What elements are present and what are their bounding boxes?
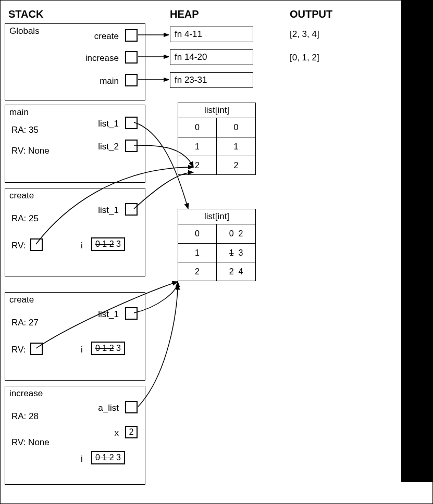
heap-list2: list[int] 0 0 2 1 1 3 2 2 4 [178,209,256,281]
output-line-2: [0, 1, 2] [290,53,319,63]
heap-list2-idx-2: 2 [178,262,217,281]
label-increase-alist: a_list [98,403,119,413]
frame-create2: create RA: 27 RV: list_1 i 0 1 2 3 [5,292,145,381]
main-rv: RV: None [11,146,50,156]
heap-fn-create: fn 4-11 [170,27,253,42]
heap-list2-old-2: 2 [229,267,234,276]
frame-globals: Globals create increase main [5,23,145,100]
frame-create1-title: create [9,191,34,201]
heap-list1: list[int] 0 0 1 1 2 2 [178,103,256,175]
heap-list2-new-1: 3 [238,248,243,257]
heap-fn-increase: fn 14-20 [170,49,253,65]
label-increase-i: i [81,454,83,464]
frame-main: main RA: 35 RV: None list_1 list_2 [5,105,145,183]
create1-i-final: 3 [116,240,121,248]
heap-list2-val-1: 1 3 [217,243,255,262]
label-increase-x: x [115,428,119,438]
heap-list1-val-0: 0 [217,118,255,137]
box-create2-i-seq: 0 1 2 3 [91,342,125,355]
output-header: OUTPUT [290,8,332,20]
heap-list2-old-0: 0 [229,229,234,238]
frame-create2-title: create [9,295,34,305]
stack-header: STACK [8,8,43,20]
main-ra: RA: 35 [11,125,39,135]
heap-list2-idx-1: 1 [178,243,217,262]
box-create1-i-seq: 0 1 2 3 [91,237,125,251]
heap-list1-idx-0: 0 [178,118,217,137]
box-create1-rv [30,238,43,251]
create2-i-final: 3 [116,344,121,352]
box-globals-main [125,74,138,86]
box-create1-list1 [125,203,138,216]
box-main-list2 [125,140,138,152]
create2-ra: RA: 27 [11,318,39,328]
label-main-list1: list_1 [98,119,119,129]
frame-increase-title: increase [9,388,43,399]
increase-rv: RV: None [11,437,50,448]
heap-list1-val-1: 1 [217,137,255,156]
frame-create1: create RA: 25 RV: list_1 i 0 1 2 3 [5,188,145,276]
heap-list2-idx-0: 0 [178,224,217,243]
label-increase: increase [85,53,119,64]
label-create2-i: i [81,345,83,355]
diagram-canvas: STACK HEAP OUTPUT Globals create increas… [0,0,433,504]
label-create1-i: i [81,241,83,251]
create1-i-struck: 0 1 2 [95,240,114,248]
create2-rv-label: RV: [11,345,26,355]
right-black-strip [401,1,432,482]
box-main-list1 [125,117,138,129]
box-globals-increase [125,51,138,64]
heap-list1-val-2: 2 [217,156,255,174]
frame-globals-title: Globals [9,26,40,36]
increase-i-struck: 0 1 2 [95,453,114,462]
box-increase-i-seq: 0 1 2 3 [91,451,125,464]
label-create1-list1: list_1 [98,205,119,216]
heap-fn-main: fn 23-31 [170,72,253,88]
frame-increase: increase RA: 28 RV: None a_list x 2 i 0 … [5,386,145,485]
increase-i-final: 3 [116,453,121,462]
label-create2-list1: list_1 [98,309,119,320]
heap-list2-val-0: 0 2 [217,224,255,243]
label-create: create [94,31,119,42]
label-main-list2: list_2 [98,142,119,152]
box-create2-rv [30,343,43,355]
box-increase-alist [125,401,138,413]
heap-list2-old-1: 1 [229,248,234,257]
heap-header: HEAP [170,8,199,20]
heap-list2-val-2: 2 4 [217,262,255,281]
box-create2-list1 [125,307,138,320]
heap-list2-new-2: 4 [238,267,243,276]
box-increase-x: 2 [125,426,138,438]
heap-list1-idx-1: 1 [178,137,217,156]
create1-rv-label: RV: [11,241,26,251]
create1-ra: RA: 25 [11,213,39,224]
create2-i-struck: 0 1 2 [95,344,114,352]
output-line-1: [2, 3, 4] [290,29,319,40]
heap-list1-title: list[int] [178,103,255,118]
heap-list1-idx-2: 2 [178,156,217,174]
label-main: main [100,76,119,86]
frame-main-title: main [9,107,29,118]
heap-list2-title: list[int] [178,209,255,224]
heap-list2-new-0: 2 [238,229,243,238]
box-globals-create [125,29,138,42]
increase-ra: RA: 28 [11,411,39,422]
